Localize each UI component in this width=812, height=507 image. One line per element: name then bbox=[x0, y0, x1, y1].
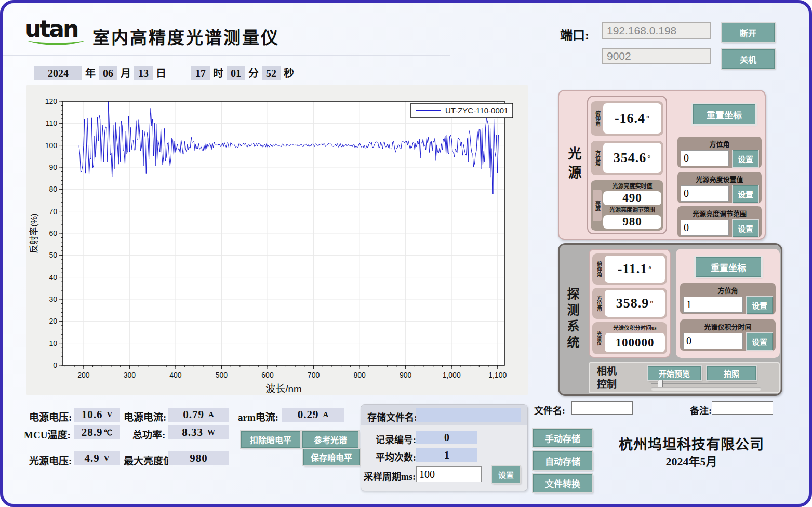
sample-period-label: 采样周期ms: bbox=[364, 469, 416, 483]
light-set-brightness-button[interactable]: 设置 bbox=[733, 185, 758, 203]
light-set-azimuth-input[interactable] bbox=[681, 150, 729, 166]
detection-set-integration-input[interactable] bbox=[683, 333, 743, 349]
datetime-bar: 2024 年 06 月 13 日 17 时 01 分 52 秒 bbox=[34, 66, 297, 80]
detection-panel-title: 探测系统 bbox=[566, 287, 578, 352]
filename-label: 文件名: bbox=[534, 403, 565, 417]
svg-text:70: 70 bbox=[49, 207, 57, 216]
average-count-value: 1 bbox=[416, 448, 477, 462]
svg-text:20: 20 bbox=[49, 317, 57, 325]
second-unit: 秒 bbox=[284, 66, 294, 80]
manual-store-button[interactable]: 手动存储 bbox=[533, 429, 592, 447]
detection-azimuth-value: 358.9° bbox=[605, 290, 665, 317]
average-count-label: 平均次数: bbox=[376, 450, 416, 463]
detection-pitch-readout: 俯仰角 -11.1° bbox=[592, 254, 667, 285]
svg-text:110: 110 bbox=[46, 119, 58, 127]
filename-input[interactable] bbox=[571, 401, 633, 415]
psu-current-label: 电源电流: bbox=[124, 409, 166, 423]
subtract-dark-button[interactable]: 扣除暗电平 bbox=[241, 431, 300, 448]
arm-current-value: 0.29A bbox=[282, 408, 344, 422]
detection-pitch-value: -11.1° bbox=[605, 256, 665, 283]
save-dark-button[interactable]: 保存暗电平 bbox=[303, 449, 360, 465]
month-field: 06 bbox=[99, 66, 117, 80]
total-power-value: 8.33W bbox=[168, 425, 229, 439]
light-pitch-value: -16.4° bbox=[603, 103, 661, 134]
detection-panel: 探测系统 俯仰角 -11.1° 方位角 358.9° 光谱仪 光谱仪积分时间us… bbox=[558, 243, 782, 396]
detection-set-integration-button[interactable]: 设置 bbox=[747, 333, 773, 350]
detection-set-azimuth-button[interactable]: 设置 bbox=[747, 297, 773, 314]
psu-voltage-label: 电源电压: bbox=[29, 409, 72, 423]
detection-reset-coords-button[interactable]: 重置坐标 bbox=[696, 257, 761, 277]
svg-text:900: 900 bbox=[400, 371, 412, 379]
svg-text:600: 600 bbox=[261, 371, 274, 379]
light-source-panel: 光源 俯仰角 -16.4° 方位角 354.6° 亮度 光源亮度实时值 490 bbox=[558, 90, 766, 240]
disconnect-button[interactable]: 断开 bbox=[722, 23, 775, 42]
spectrum-chart: 2003004005006007008009001,0001,100010203… bbox=[26, 85, 528, 395]
ip-input[interactable] bbox=[602, 22, 711, 39]
minute-field: 01 bbox=[227, 66, 245, 80]
svg-text:80: 80 bbox=[49, 185, 57, 193]
camera-control-title: 相机 控制 bbox=[597, 365, 617, 391]
detection-integration-readout: 光谱仪 光谱仪积分时间us 100000 bbox=[592, 322, 667, 354]
light-range-label: 光源亮度调节范围 bbox=[603, 206, 661, 214]
reference-spectrum-button[interactable]: 参考光谱 bbox=[302, 431, 358, 448]
remark-input[interactable] bbox=[712, 401, 773, 415]
light-set-brightness-input[interactable] bbox=[681, 185, 729, 202]
light-reset-coords-button[interactable]: 重置坐标 bbox=[693, 104, 755, 124]
svg-text:1,100: 1,100 bbox=[488, 371, 507, 379]
year-field: 2024 bbox=[34, 66, 82, 80]
svg-text:0: 0 bbox=[53, 361, 57, 369]
camera-photo-button[interactable]: 拍照 bbox=[707, 366, 756, 380]
record-number-value: 0 bbox=[416, 431, 477, 444]
detection-azimuth-readout: 方位角 358.9° bbox=[592, 288, 667, 319]
svg-text:50: 50 bbox=[49, 251, 57, 259]
detection-control-group: 重置坐标 方位角 设置 光谱仪积分时间 设置 bbox=[676, 249, 780, 358]
storage-filename-input[interactable] bbox=[416, 408, 521, 422]
light-set-brightness-label: 光源亮度设置值 bbox=[681, 173, 758, 185]
sample-period-input[interactable] bbox=[416, 466, 482, 482]
second-field: 52 bbox=[262, 66, 281, 80]
hour-unit: 时 bbox=[213, 66, 223, 80]
svg-text:UT-ZYC-110-0001: UT-ZYC-110-0001 bbox=[445, 106, 508, 115]
port-input[interactable] bbox=[602, 48, 711, 64]
mcu-temp-label: MCU温度: bbox=[24, 427, 71, 441]
light-brightness-label: 亮度 bbox=[593, 190, 602, 221]
light-source-panel-title: 光源 bbox=[566, 146, 580, 184]
app-window: utan 室内高精度光谱测量仪 2024 年 06 月 13 日 17 时 01… bbox=[0, 0, 812, 507]
auto-store-button[interactable]: 自动存储 bbox=[533, 451, 592, 470]
shutdown-button[interactable]: 关机 bbox=[722, 49, 775, 69]
sample-period-set-button[interactable]: 设置 bbox=[492, 466, 520, 483]
year-unit: 年 bbox=[85, 66, 96, 80]
light-range-value: 980 bbox=[603, 215, 661, 229]
detection-integration-value: 100000 bbox=[605, 333, 665, 352]
remark-label: 备注: bbox=[690, 403, 712, 417]
camera-preview-button[interactable]: 开始预览 bbox=[648, 366, 701, 380]
psu-current-value: 0.79A bbox=[168, 408, 229, 422]
light-set-azimuth-button[interactable]: 设置 bbox=[733, 150, 758, 167]
file-convert-button[interactable]: 文件转换 bbox=[533, 474, 592, 492]
release-date: 2024年5月 bbox=[601, 452, 782, 469]
month-unit: 月 bbox=[121, 66, 131, 80]
light-set-range-button[interactable]: 设置 bbox=[733, 220, 758, 237]
detection-set-azimuth-input[interactable] bbox=[683, 297, 743, 313]
light-pitch-label: 俯仰角 bbox=[593, 103, 602, 134]
detection-readout-group: 俯仰角 -11.1° 方位角 358.9° 光谱仪 光谱仪积分时间us 1000… bbox=[589, 249, 671, 358]
light-readout-group: 俯仰角 -16.4° 方位角 354.6° 亮度 光源亮度实时值 490 光源亮… bbox=[587, 96, 667, 234]
record-number-label: 记录编号: bbox=[376, 432, 416, 446]
svg-text:90: 90 bbox=[49, 163, 57, 171]
light-pitch-readout: 俯仰角 -16.4° bbox=[591, 101, 663, 136]
light-brightness-readout: 亮度 光源亮度实时值 490 光源亮度调节范围 980 bbox=[591, 180, 663, 231]
header-divider bbox=[3, 55, 450, 56]
detection-integration-label: 光谱仪积分时间us bbox=[605, 324, 665, 332]
page-title: 室内高精度光谱测量仪 bbox=[92, 24, 279, 49]
detection-set-integration-group: 光谱仪积分时间 设置 bbox=[680, 319, 776, 351]
logo: utan bbox=[25, 18, 90, 50]
storage-panel: 存储文件名: 记录编号: 0 平均次数: 1 采样周期ms: 设置 bbox=[361, 404, 528, 491]
svg-text:300: 300 bbox=[124, 371, 136, 379]
svg-text:1,000: 1,000 bbox=[443, 371, 461, 379]
hour-field: 17 bbox=[191, 66, 210, 80]
camera-slider-track[interactable] bbox=[651, 383, 757, 384]
svg-text:反射率(%): 反射率(%) bbox=[29, 213, 39, 253]
light-set-range-input[interactable] bbox=[681, 220, 729, 236]
src-voltage-label: 光源电压: bbox=[29, 453, 72, 467]
camera-scrollbar[interactable] bbox=[651, 387, 761, 391]
